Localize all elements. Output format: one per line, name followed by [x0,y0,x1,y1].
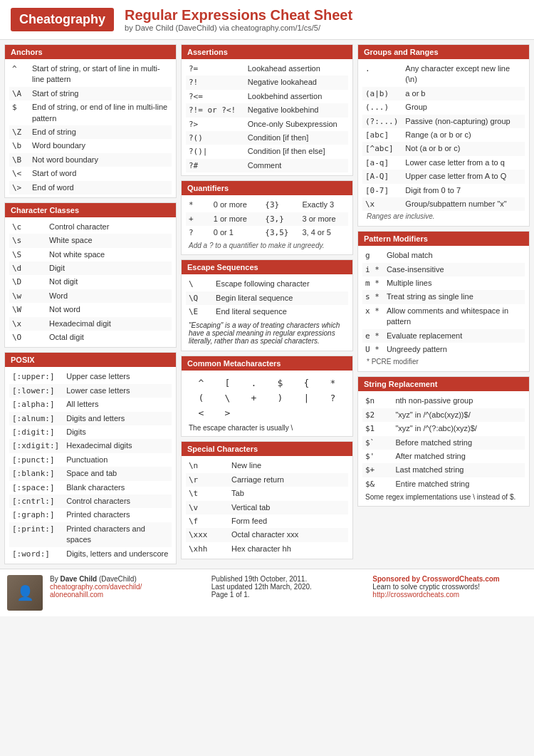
table-row: $&Entire matched string [362,477,525,491]
desc-cell: Start of word [29,167,172,180]
table-row: \OOctal digit [9,331,172,344]
symbol-cell: + [186,212,211,226]
symbol-cell: \f [186,514,229,528]
table-row: \rCarriage return [186,473,348,487]
desc-cell: 0 or more [211,198,260,212]
sponsor-name[interactable]: Sponsored by CrosswordCheats.com [372,575,499,583]
desc-cell: Multiple lines [384,276,525,290]
symbol2-cell: {3} [259,198,299,212]
desc-cell: Not white space [46,248,172,262]
table-row: (?:...)Passive (non-capturing) group [362,115,525,128]
stringrep-header: String Replacement [358,377,529,391]
desc-cell: Control character [46,220,172,234]
desc-cell: Condition [if then] [245,131,348,145]
desc-cell: All letters [63,398,172,411]
metachar-cell: ? [320,391,345,405]
desc-cell: End literal sequence [213,305,348,319]
desc-cell: Any character except new line (\n) [402,62,525,87]
table-row: [:word:]Digits, letters and underscore [9,547,172,561]
desc2-cell: 3 or more [299,212,348,226]
metachar-note: The escape character is usually \ [186,423,348,433]
footer-publish: Published 19th October, 2011. Last updat… [211,575,366,599]
desc-cell: Printed characters and spaces [63,522,172,547]
desc-cell: Vertical tab [229,501,348,514]
table-row: ^Start of string, or start of line in mu… [9,62,172,87]
desc-cell: Start of string [29,87,172,100]
table-row: \vVertical tab [186,501,348,514]
desc-cell: Not (a or b or c) [402,142,525,155]
author-link1[interactable]: cheatography.com/davechild/ [50,583,142,591]
desc-cell: "xyz" in /^(abc(xyz))$/ [392,408,525,422]
assertions-section: Assertions ?=Lookahead assertion?!Negati… [181,44,353,176]
table-row: i *Case-insensitive [362,263,525,276]
table-row: ?<=Lookbehind assertion [186,90,348,103]
desc-cell: Negative lookbehind [245,103,348,117]
desc-cell: Before matched string [392,436,525,450]
charclasses-header: Character Classes [5,203,176,217]
symbol-cell: \Z [9,125,29,139]
symbol-cell: \t [186,487,229,500]
metachar-cell: { [294,376,319,390]
table-row: \nNew line [186,459,348,472]
table-row: $End of string, or end of line in multi-… [9,100,172,125]
symbol-cell: ? [186,226,211,239]
symbol-cell: \n [186,459,229,472]
table-row: \xhhHex character hh [186,542,348,556]
metachar-cell: + [241,391,266,405]
symbol-cell: ?> [186,118,245,131]
desc-cell: Negative lookahead [245,76,348,89]
publish-date: Published 19th October, 2011. [211,575,366,583]
symbol-cell: $` [362,436,392,450]
symbol-cell: [:word:] [9,547,63,561]
author-avatar: 👤 [7,575,43,611]
special-section: Special Characters \nNew line\rCarriage … [181,441,353,559]
anchors-header: Anchors [5,45,176,59]
table-row: (...)Group [362,100,525,114]
symbol-cell: ?() [186,131,245,145]
desc-cell: End of word [29,181,172,195]
table-row: \xHexadecimal digit [9,317,172,331]
symbol-cell: [:cntrl:] [9,494,63,508]
symbol-cell: ^ [9,62,29,87]
desc-cell: Octal digit [46,331,172,344]
table-row: [0-7]Digit from 0 to 7 [362,184,525,197]
symbol-cell: ?!= or ?<! [186,103,245,117]
table-row: \WNot word [9,303,172,316]
symbol-cell: [:graph:] [9,508,63,522]
symbol-cell: \A [9,87,29,100]
desc-cell: nth non-passive group [392,394,525,408]
desc-cell: Word [46,289,172,303]
table-row: [:alpha:]All letters [9,398,172,411]
table-row: \cControl character [9,220,172,234]
desc-cell: 0 or 1 [211,226,260,239]
table-row: \DNot digit [9,275,172,289]
table-row: \xGroup/subpattern number "x" [362,197,525,211]
metachar-cell: \ [215,391,240,405]
symbol-cell: [A-Q] [362,170,402,183]
metachar-section: Common Metacharacters ^[.${*(\+)|?<> The… [181,356,353,437]
table-row: \Escape following character [186,277,348,291]
footer-author: By Dave Child (DaveChild) cheatography.c… [50,575,204,599]
metachar-cell: * [320,376,345,390]
escape-header: Escape Sequences [182,260,352,274]
symbol-cell: \d [9,262,46,275]
table-row: ?!Negative lookahead [186,76,348,89]
table-row: \ZEnd of string [9,125,172,139]
charclasses-section: Character Classes \cControl character\sW… [4,202,177,348]
symbol-cell: [:alnum:] [9,412,63,425]
desc-cell: Allow comments and whitespace in pattern [384,304,525,329]
desc-cell: Not digit [46,275,172,289]
author-link2[interactable]: aloneonahill.com [50,591,103,599]
table-row: *0 or more{3}Exactly 3 [186,198,348,212]
metachar-cell: | [294,391,319,405]
table-row: ?#Comment [186,159,348,172]
desc-cell: Digit [46,262,172,275]
desc-cell: 1 or more [211,212,260,226]
sponsor-link[interactable]: http://crosswordcheats.com [372,591,459,599]
symbol-cell: $ [9,100,29,125]
metachar-cell: . [241,376,266,390]
symbol-cell: \x [362,197,402,211]
table-row: [:cntrl:]Control characters [9,494,172,508]
logo: Cheatography [11,8,114,31]
quantifiers-header: Quantifiers [182,181,352,195]
